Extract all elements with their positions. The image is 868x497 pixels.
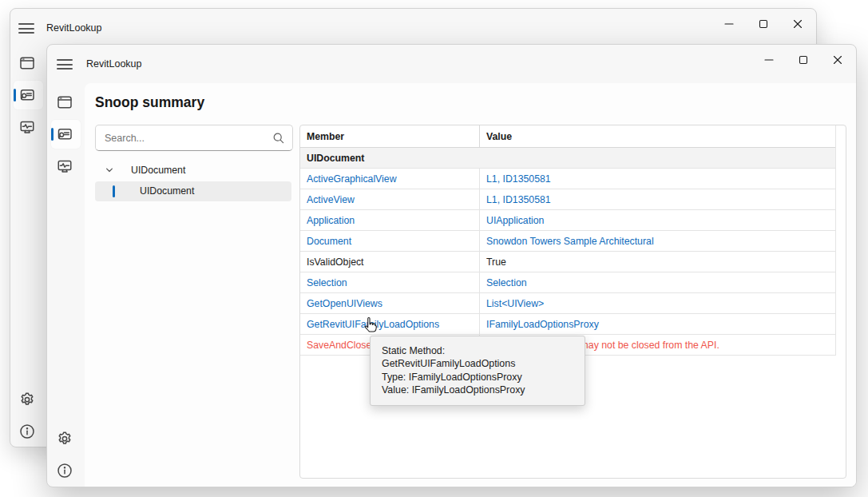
minimize-button[interactable]: [751, 46, 786, 73]
tree-item-root[interactable]: UIDocument: [95, 161, 291, 180]
page-title: Snoop summary: [95, 94, 204, 111]
search-box: [95, 125, 293, 151]
table-row[interactable]: Document Snowdon Towers Sample Architect…: [300, 231, 835, 252]
dashboard-icon[interactable]: [19, 55, 35, 71]
tooltip-line: Static Method: GetRevitUIFamilyLoadOptio…: [382, 344, 573, 371]
maximize-button[interactable]: [786, 46, 820, 73]
close-icon: [793, 19, 803, 29]
value-cell[interactable]: Snowdon Towers Sample Architectural: [480, 231, 835, 251]
window-controls: [711, 10, 814, 37]
info-icon[interactable]: [57, 463, 73, 479]
value-cell[interactable]: Selection: [480, 272, 835, 292]
snoop-summary-icon[interactable]: [57, 126, 73, 142]
hamburger-menu-icon[interactable]: [18, 23, 34, 34]
table-row[interactable]: Selection Selection: [300, 272, 835, 293]
info-icon[interactable]: [19, 423, 35, 439]
value-cell[interactable]: L1, ID1350581: [480, 169, 835, 189]
value-cell[interactable]: IFamilyLoadOptionsProxy: [480, 314, 835, 334]
hamburger-menu-icon[interactable]: [57, 59, 73, 70]
table-row[interactable]: GetOpenUIViews List<UIView>: [300, 293, 835, 314]
close-button[interactable]: [780, 10, 814, 37]
desktop-canvas: RevitLookup: [0, 0, 868, 497]
minimize-button[interactable]: [711, 10, 746, 37]
search-icon: [272, 132, 285, 145]
value-cell[interactable]: UIApplication: [480, 210, 835, 230]
dashboard-icon[interactable]: [57, 94, 73, 110]
window-title: RevitLookup: [86, 45, 142, 83]
tooltip-line: Value: IFamilyLoadOptionsProxy: [382, 384, 573, 396]
table-row[interactable]: ActiveView L1, ID1350581: [300, 189, 835, 210]
member-cell[interactable]: Selection: [300, 272, 480, 292]
member-cell[interactable]: IsValidObject: [300, 252, 480, 272]
table-row[interactable]: Application UIApplication: [300, 210, 835, 231]
tooltip-line: Type: IFamilyLoadOptionsProxy: [382, 371, 573, 384]
snoop-summary-icon[interactable]: [19, 87, 35, 103]
member-cell[interactable]: Document: [300, 231, 480, 251]
event-monitor-icon[interactable]: [57, 158, 73, 174]
front-window: RevitLookup: [46, 44, 857, 487]
hand-pointer-cursor: [361, 316, 379, 340]
tree-item-label: UIDocument: [140, 181, 194, 201]
nav-selected-indicator: [14, 89, 16, 101]
event-monitor-icon[interactable]: [19, 119, 35, 135]
back-titlebar: RevitLookup: [10, 9, 816, 47]
table-group-row: UIDocument: [300, 148, 835, 169]
close-button[interactable]: [820, 46, 854, 73]
maximize-icon: [759, 19, 768, 29]
close-icon: [833, 55, 842, 65]
front-titlebar: RevitLookup: [47, 45, 856, 83]
window-title: RevitLookup: [46, 9, 102, 47]
settings-gear-icon[interactable]: [19, 392, 35, 408]
minimize-icon: [724, 19, 734, 29]
column-header-member: Member: [300, 125, 480, 147]
table-row[interactable]: ActiveGraphicalView L1, ID1350581: [300, 169, 835, 189]
column-header-value: Value: [480, 125, 835, 147]
value-cell[interactable]: True: [480, 252, 835, 272]
value-cell[interactable]: List<UIView>: [480, 293, 835, 313]
table-row[interactable]: GetRevitUIFamilyLoadOptions IFamilyLoadO…: [300, 314, 835, 335]
member-cell[interactable]: GetOpenUIViews: [300, 293, 480, 313]
table-row[interactable]: IsValidObject True: [300, 252, 835, 272]
window-controls: [751, 46, 854, 73]
nav-selected-indicator: [51, 128, 54, 141]
member-cell[interactable]: ActiveGraphicalView: [300, 169, 480, 189]
tree-selected-indicator: [113, 185, 115, 197]
member-tooltip: Static Method: GetRevitUIFamilyLoadOptio…: [370, 336, 585, 406]
maximize-button[interactable]: [746, 10, 780, 37]
settings-gear-icon[interactable]: [57, 431, 73, 447]
minimize-icon: [764, 55, 774, 65]
maximize-icon: [799, 55, 808, 65]
search-input[interactable]: [96, 125, 292, 150]
chevron-down-icon[interactable]: [105, 165, 114, 175]
value-cell[interactable]: L1, ID1350581: [480, 189, 835, 209]
snoop-table: Member Value UIDocument ActiveGraphicalV…: [300, 125, 836, 356]
member-cell[interactable]: Application: [300, 210, 480, 230]
member-cell[interactable]: ActiveView: [300, 189, 480, 209]
tree-item-child-selected[interactable]: UIDocument: [95, 181, 291, 201]
member-cell[interactable]: GetRevitUIFamilyLoadOptions: [300, 314, 480, 334]
group-header-label: UIDocument: [300, 148, 835, 168]
snoop-table-card: Member Value UIDocument ActiveGraphicalV…: [299, 125, 846, 479]
content-panel: Snoop summary UIDocument UIDocument Memb…: [85, 83, 856, 487]
tree-item-label: UIDocument: [131, 161, 185, 180]
table-header-row: Member Value: [300, 125, 835, 148]
